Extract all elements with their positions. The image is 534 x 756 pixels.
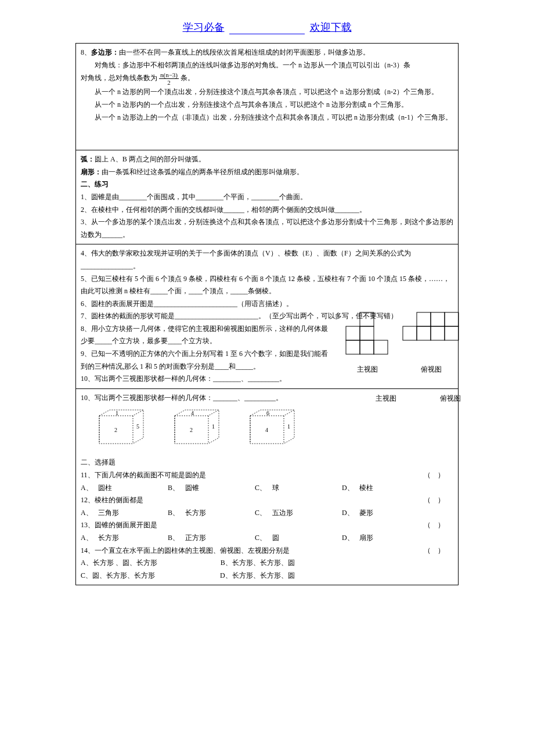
q11-text: 11、下面几何体的截面图不可能是圆的是 xyxy=(81,471,206,479)
opt-d-lab: D、 xyxy=(342,507,359,520)
front-view-grid xyxy=(345,311,390,357)
svg-rect-10 xyxy=(417,326,431,340)
svg-rect-12 xyxy=(445,326,459,340)
cube-1: 1 2 5 xyxy=(98,409,145,445)
section-polygon: 8、多边形：由一些不在同一条直线上的线段依次首尾相连组成的封闭平面图形，叫做多边… xyxy=(75,43,459,150)
cube3-front: 4 xyxy=(265,427,268,433)
opt-b-lab: B、 xyxy=(221,557,232,570)
q11-row: 11、下面几何体的截面图不可能是圆的是 （ ） xyxy=(81,469,453,482)
opt-a-lab: A、 xyxy=(81,532,98,545)
opt-d-lab: D、 xyxy=(220,570,232,582)
figure-views-1: 主视图 俯视图 xyxy=(345,311,461,376)
poly-def: 8、多边形：由一些不在同一条直线上的线段依次首尾相连组成的封闭平面图形，叫做多边… xyxy=(81,46,453,59)
opt-b: 长方形 xyxy=(185,507,255,520)
fan-label: 扇形： xyxy=(81,168,102,176)
svg-rect-5 xyxy=(374,340,388,354)
choice-title: 二、选择题 xyxy=(81,456,453,469)
opt-b-lab: B、 xyxy=(168,507,185,520)
q12-row: 12、棱柱的侧面都是 （ ） xyxy=(81,494,453,507)
q14-paren: （ ） xyxy=(424,545,445,557)
svg-rect-0 xyxy=(360,312,374,326)
q12-opts: A、三角形 B、长方形 C、五边形 D、菱形 xyxy=(81,507,453,520)
q5: 5、已知三棱柱有 5 个面 6 个顶点 9 条棱，四棱柱有 6 个面 8 个顶点… xyxy=(81,273,453,298)
top-view-2: 俯视图 xyxy=(440,390,461,405)
svg-rect-11 xyxy=(431,326,445,340)
header-left-link[interactable]: 学习必备 xyxy=(183,21,225,33)
opt-a-lab: A、 xyxy=(81,482,98,495)
header-underline xyxy=(229,34,305,34)
svg-rect-7 xyxy=(431,312,445,326)
cube1-side: 5 xyxy=(136,423,139,430)
q13-opts: A、长方形 B、正方形 C、圆 D、扇形 xyxy=(81,532,453,545)
opt-a: 圆柱 xyxy=(98,482,168,495)
front-view-2: 主视图 xyxy=(376,390,396,405)
top-view-label: 俯视图 xyxy=(402,363,461,376)
top-view-grid xyxy=(402,311,461,343)
cube2-front: 2 xyxy=(190,427,193,433)
opt-b: 正方形 xyxy=(185,532,255,545)
opt-b: 圆锥 xyxy=(185,482,255,495)
q12-paren: （ ） xyxy=(424,494,445,507)
front-view-1: 主视图 xyxy=(345,311,390,376)
q1: 1、圆锥是由________个面围成，其中________个平面，_______… xyxy=(81,191,453,204)
svg-rect-1 xyxy=(346,326,360,340)
opt-d-lab: D、 xyxy=(342,482,359,495)
section-cubes-choice: 10、写出两个三视图形状都一样的几何体：_______、_________。 主… xyxy=(75,389,459,586)
opt-c: 五边形 xyxy=(272,507,342,520)
q9: 9、已知一不透明的正方体的六个面上分别写着 1 至 6 六个数字，如图是我们能看… xyxy=(81,348,330,373)
fan-text: 由一条弧和经过这条弧的端点的两条半径所组成的图形叫做扇形。 xyxy=(102,168,304,176)
section-q4-q10: 4、伟大的数学家欧拉发现并证明的关于一个多面体的顶点（V）、棱数（E）、面数（F… xyxy=(75,244,459,389)
svg-rect-4 xyxy=(360,340,374,354)
opt-c-lab: C、 xyxy=(255,507,272,520)
q6: 6、圆柱的表面展开图是________________________（用语言描… xyxy=(81,298,453,311)
q12-text: 12、棱柱的侧面都是 xyxy=(81,496,143,504)
section-arc-exercise: 弧：圆上 A、B 两点之间的部分叫做弧。 扇形：由一条弧和经过这条弧的端点的两条… xyxy=(75,150,459,244)
q4: 4、伟大的数学家欧拉发现并证明的关于一个多面体的顶点（V）、棱数（E）、面数（F… xyxy=(81,247,453,272)
arc-def: 弧：圆上 A、B 两点之间的部分叫做弧。 xyxy=(81,153,453,166)
q14-row: 14、一个直立在水平面上的圆柱体的主视图、俯视图、左视图分别是 （ ） xyxy=(81,545,453,557)
opt-b-lab: B、 xyxy=(168,532,185,545)
opt-a: 长方形 xyxy=(98,532,168,545)
svg-rect-2 xyxy=(360,326,374,340)
opt-a-lab: A、 xyxy=(81,557,93,570)
figure-views-2: 主视图 俯视图 xyxy=(376,390,461,405)
opt-a-lab: A、 xyxy=(81,507,98,520)
q14-text: 14、一个直立在水平面上的圆柱体的主视图、俯视图、左视图分别是 xyxy=(81,546,290,555)
q11-paren: （ ） xyxy=(424,469,445,482)
q8: 8、用小立方块搭一几何体，使得它的主视图和俯视图如图所示，这样的几何体最少要__… xyxy=(81,323,330,348)
opt-d: 扇形 xyxy=(359,532,429,545)
header-right-link[interactable]: 欢迎下载 xyxy=(310,21,352,33)
q2: 2、在棱柱中，任何相邻的两个面的交线都叫做______，相邻的两个侧面的交线叫做… xyxy=(81,204,453,217)
top-view-label-2: 俯视图 xyxy=(440,393,461,405)
diag-count: 对角线，总对角线条数为 n(n−3) 2 条。 xyxy=(81,71,453,86)
top-view-1: 俯视图 xyxy=(402,311,461,376)
cube-2: 4 2 1 xyxy=(174,409,220,445)
fan-def: 扇形：由一条弧和经过这条弧的端点的两条半径所组成的图形叫做扇形。 xyxy=(81,166,453,179)
diag-count-b: 条。 xyxy=(181,74,194,82)
opt-d: 菱形 xyxy=(359,507,429,520)
svg-rect-6 xyxy=(417,312,431,326)
q13-text: 13、圆锥的侧面展开图是 xyxy=(81,521,157,529)
main-content: 8、多边形：由一些不在同一条直线上的线段依次首尾相连组成的封闭平面图形，叫做多边… xyxy=(75,43,459,585)
front-view-label: 主视图 xyxy=(345,363,390,376)
cube2-top: 4 xyxy=(191,410,194,416)
q10-dup: 10、写出两个三视图形状都一样的几何体：_______、_________。 xyxy=(81,392,336,405)
cube-figures: 1 2 5 4 2 1 6 4 1 xyxy=(98,409,453,445)
svg-rect-9 xyxy=(403,326,417,340)
poly-text: 由一些不在同一条直线上的线段依次首尾相连组成的封闭平面图形，叫做多边形。 xyxy=(119,48,370,56)
opt-c: 圆 xyxy=(272,532,342,545)
opt-b-lab: B、 xyxy=(168,482,185,495)
diag-count-a: 对角线，总对角线条数为 xyxy=(81,74,157,82)
svg-rect-8 xyxy=(445,312,459,326)
cube-3: 6 4 1 xyxy=(249,409,295,445)
q-num: 8、 xyxy=(81,48,91,56)
split-vertex: 从一个 n 边形的同一个顶点出发，分别连接这个顶点与其余各顶点，可以把这个 n … xyxy=(81,86,453,99)
opt-d: 棱柱 xyxy=(359,482,429,495)
cube1-front: 2 xyxy=(114,427,117,433)
poly-label: 多边形： xyxy=(91,48,119,56)
svg-rect-3 xyxy=(346,340,360,354)
q13-row: 13、圆锥的侧面展开图是 （ ） xyxy=(81,519,453,532)
q14-opts: A、长方形 、圆、长方形 B、长方形、长方形、圆 C、圆、长方形、长方形 D、长… xyxy=(81,557,453,582)
diag-def: 对角线：多边形中不相邻两顶点的连线叫做多边形的对角线。一个 n 边形从一个顶点可… xyxy=(81,59,453,72)
cube3-side: 1 xyxy=(287,423,290,430)
